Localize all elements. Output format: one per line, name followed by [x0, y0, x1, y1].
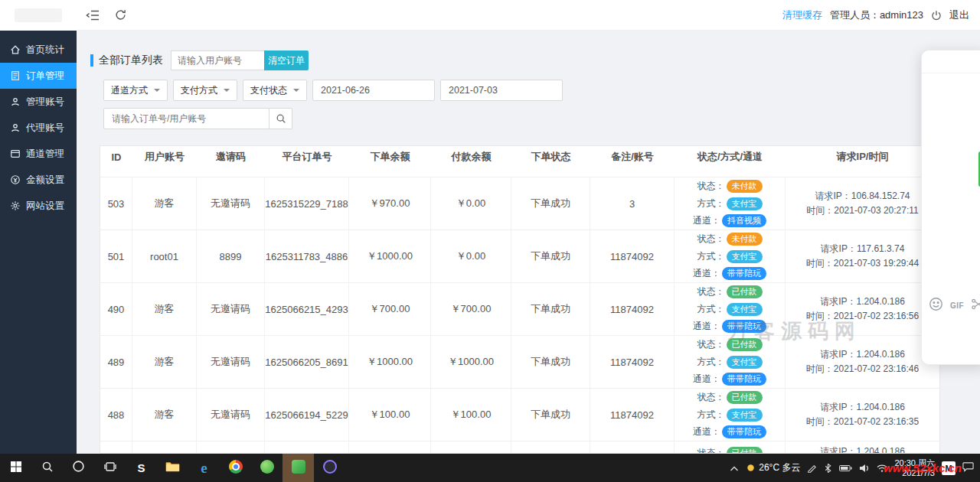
order-search-input[interactable]: [103, 108, 270, 129]
taskbar-app-edge[interactable]: e: [188, 454, 220, 482]
sidebar-item-home-stats[interactable]: 首页统计: [0, 37, 77, 63]
emoji-icon[interactable]: [929, 297, 943, 314]
method-badge: 支付宝: [727, 409, 763, 422]
taskbar-app-chrome[interactable]: [220, 454, 251, 482]
date-start-input[interactable]: [312, 80, 435, 101]
cell-paid-amount: ￥100.00: [431, 389, 511, 441]
hidden-icons-chevron[interactable]: [730, 461, 739, 475]
table-header-row: ID用户账号邀请码平台订单号下单余额付款余额下单状态备注/账号状态/方式/通道请…: [100, 146, 939, 168]
power-icon[interactable]: [931, 10, 942, 21]
cell-invite-code: 无邀请码: [197, 336, 265, 388]
sidebar-item-amount-settings[interactable]: 金额设置: [0, 167, 77, 193]
taskbar-app-search[interactable]: [31, 454, 63, 482]
taskbar-app-task-view[interactable]: [94, 454, 126, 482]
cell-invite-code: 无邀请码: [197, 283, 265, 335]
column-header: 下单状态: [511, 146, 590, 168]
notification-center-icon[interactable]: [962, 461, 974, 475]
taskbar-app-app-green[interactable]: [283, 454, 314, 482]
app-dark-icon: [323, 460, 337, 477]
cell-id: 503: [100, 177, 132, 230]
sidebar-item-order-management[interactable]: 订单管理: [0, 63, 77, 89]
cell-order-no: 1625311783_4886: [265, 230, 349, 282]
column-header: 备注/账号: [590, 146, 675, 168]
table-row: 488 游客 无邀请码 1625066194_5229 ￥100.00 ￥100…: [100, 388, 939, 441]
screenshot-scissors-icon[interactable]: [971, 298, 980, 314]
ime-icon[interactable]: M: [942, 461, 956, 475]
edge-icon: e: [201, 460, 207, 477]
channel-badge: 带带陪玩: [722, 320, 766, 333]
sidebar-item-site-settings[interactable]: 网站设置: [0, 193, 77, 219]
cell-order-status: 下单成功: [511, 283, 590, 335]
cell-order-no: 1625066205_8691: [265, 336, 349, 388]
cell-remark: 11874092: [590, 389, 675, 441]
pay-status-select[interactable]: 支付状态: [243, 80, 307, 101]
cell-ip-time: 请求IP：1.204.0.186时间：2021-07-02 23:16:35: [786, 389, 939, 441]
taskbar-app-cortana[interactable]: [63, 454, 94, 482]
weather-widget[interactable]: 26°C 多云: [746, 461, 800, 474]
channel-method-select[interactable]: 通道方式: [103, 80, 168, 101]
cell-invite-code: 无邀请码: [197, 389, 265, 441]
windows-taskbar: Se 26°C 多云 20:30 周六 2021/7/3 M: [0, 454, 980, 482]
cell-user-account: 游客: [132, 389, 197, 441]
cell-paid-amount: [431, 441, 511, 454]
cell-status-method-channel: 状态：已付款方式：支付宝通道：带带陪玩: [675, 389, 786, 441]
admin-label: 管理人员：admin123: [830, 8, 923, 22]
pay-method-select[interactable]: 支付方式: [173, 80, 237, 101]
taskbar-app-browser-green[interactable]: [251, 454, 283, 482]
app-green-icon: [292, 460, 305, 477]
orders-table: ID用户账号邀请码平台订单号下单余额付款余额下单状态备注/账号状态/方式/通道请…: [100, 145, 940, 454]
refresh-icon[interactable]: [115, 9, 126, 21]
chat-panel: GIF: [921, 50, 980, 365]
cortana-icon: [72, 460, 85, 476]
cell-invite-code: [197, 441, 265, 454]
bluetooth-icon[interactable]: [824, 463, 832, 474]
sun-icon: [746, 463, 756, 473]
sidebar-item-channel-management[interactable]: 通道管理: [0, 141, 77, 167]
battery-icon[interactable]: [839, 464, 852, 472]
cell-order-amount: ￥970.00: [349, 177, 431, 230]
sidebar-item-agent-accounts[interactable]: 代理账号: [0, 115, 77, 141]
clear-orders-button[interactable]: 清空订单: [264, 50, 309, 70]
column-header: 付款余额: [431, 146, 511, 168]
column-header: 用户账号: [132, 146, 197, 168]
column-header: 邀请码: [197, 146, 265, 168]
logout-button[interactable]: 退出: [949, 8, 969, 22]
channel-badge: 带带陪玩: [722, 425, 766, 438]
stylus-icon[interactable]: [807, 463, 817, 473]
search-button[interactable]: [270, 108, 292, 129]
chat-toolbar: GIF: [922, 297, 980, 314]
taskbar-app-windows-start[interactable]: [0, 454, 31, 482]
sidebar-item-admin-accounts[interactable]: 管理账号: [0, 89, 77, 115]
table-row: 489 游客 无邀请码 1625066205_8691 ￥1000.00 ￥10…: [100, 335, 939, 388]
date-end-input[interactable]: [440, 80, 563, 101]
cell-remark: 11874092: [590, 230, 675, 282]
cell-status-method-channel: 状态：已付款: [675, 441, 786, 454]
user-icon: [10, 122, 21, 133]
cell-ip-time: 请求IP：106.84.152.74时间：2021-07-03 20:27:11: [786, 177, 939, 230]
account-search-input[interactable]: [171, 50, 264, 70]
method-badge: 支付宝: [727, 303, 763, 316]
cell-id: 490: [100, 283, 132, 335]
volume-icon[interactable]: [859, 464, 870, 473]
taskbar-app-snagit[interactable]: S: [126, 454, 157, 482]
gif-icon[interactable]: GIF: [950, 301, 964, 310]
taskbar-app-app-dark[interactable]: [314, 454, 345, 482]
cell-paid-amount: ￥700.00: [431, 283, 511, 335]
channel-badge: 抖音视频: [722, 214, 766, 227]
screen: 清理缓存 管理人员：admin123 退出 首页统计 订单管理 管理账号 代理账…: [0, 0, 980, 482]
channel-badge: 带带陪玩: [722, 267, 766, 280]
user-icon: [10, 96, 21, 107]
clear-cache-link[interactable]: 清理缓存: [782, 8, 822, 22]
status-badge: 已付款: [727, 447, 763, 454]
collapse-menu-icon[interactable]: [86, 10, 100, 21]
cell-invite-code: 8899: [197, 230, 265, 282]
taskbar-clock[interactable]: 20:30 周六 2021/7/3: [894, 458, 935, 478]
cell-order-no: 1625066215_4293: [265, 283, 349, 335]
cell-ip-time: 请求IP：1.204.0.186: [786, 441, 939, 454]
network-icon[interactable]: [877, 464, 887, 473]
tray-icons: [807, 463, 887, 474]
channel-badge: 带带陪玩: [722, 373, 766, 386]
taskbar-app-file-explorer[interactable]: [157, 454, 188, 482]
cell-remark: 11874092: [590, 283, 675, 335]
cell-id: 501: [100, 230, 132, 282]
